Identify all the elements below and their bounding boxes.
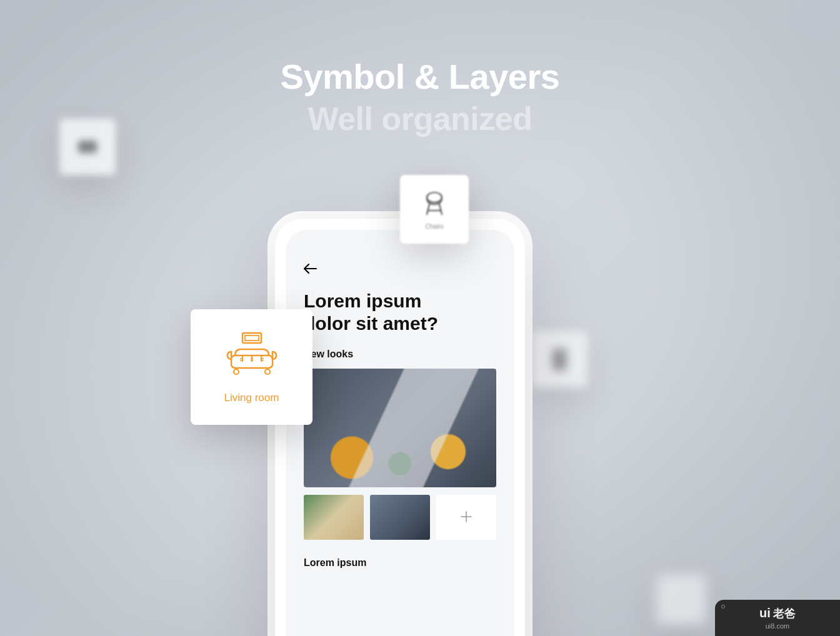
category-label: Chairs <box>426 223 444 230</box>
svg-point-0 <box>427 192 442 202</box>
watermark-badge: ui 老爸 ui8.com <box>715 600 840 636</box>
chair-icon <box>420 189 449 221</box>
category-card-blurred <box>59 119 116 175</box>
back-arrow-icon[interactable] <box>304 261 318 277</box>
category-card-blurred <box>656 575 706 625</box>
category-card-blurred <box>531 331 588 387</box>
hero-subtitle: Well organized <box>0 100 840 137</box>
watermark-brand-cn: 老爸 <box>773 606 796 621</box>
sofa-icon <box>224 330 280 383</box>
section-label-footer: Lorem ipsum <box>304 557 496 569</box>
section-label-new-looks: New looks <box>304 349 496 360</box>
svg-point-5 <box>265 369 270 374</box>
thumbnail-row <box>304 495 496 540</box>
svg-rect-2 <box>245 335 259 340</box>
phone-screen: Lorem ipsum dolor sit amet? New looks Lo… <box>286 230 514 636</box>
screen-heading: Lorem ipsum dolor sit amet? <box>304 290 466 335</box>
watermark-dot-icon <box>721 605 725 609</box>
svg-point-4 <box>234 369 239 374</box>
category-label: Living room <box>224 392 279 404</box>
look-thumbnail[interactable] <box>304 495 364 540</box>
hero-title: Symbol & Layers <box>0 56 840 97</box>
add-look-button[interactable] <box>436 495 496 540</box>
look-hero-image[interactable] <box>304 369 496 487</box>
category-card-living-room[interactable]: Living room <box>191 309 312 425</box>
phone-mockup: Lorem ipsum dolor sit amet? New looks Lo… <box>275 219 525 636</box>
look-thumbnail[interactable] <box>370 495 430 540</box>
watermark-brand: ui 老爸 <box>759 606 796 621</box>
category-card-chairs[interactable]: Chairs <box>400 175 469 244</box>
plus-icon <box>460 508 472 527</box>
watermark-brand-en: ui <box>759 606 771 620</box>
watermark-url: ui8.com <box>766 622 790 630</box>
